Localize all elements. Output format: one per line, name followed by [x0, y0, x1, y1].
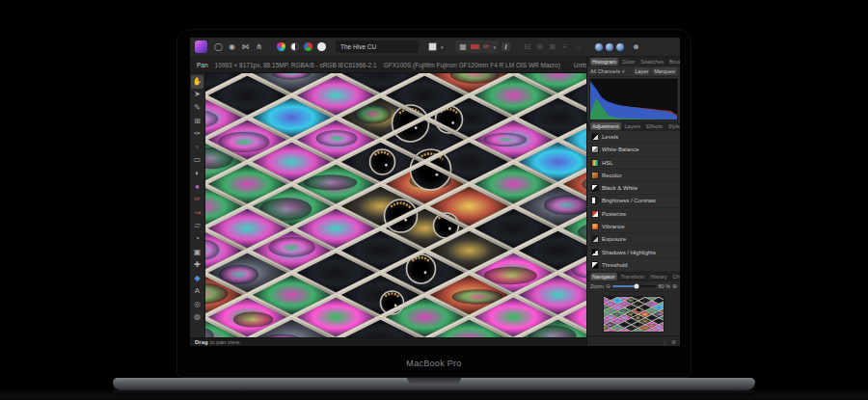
align-right-icon: ⊠	[547, 41, 557, 52]
move-tool[interactable]: ➤	[191, 89, 203, 102]
snap-orb-icon[interactable]	[616, 43, 624, 51]
adjustment-label: Threshold	[602, 262, 628, 268]
layer-toggle[interactable]: Layer	[634, 67, 651, 75]
navigator-tab-bar: NavigatorTransformHistoryChannels≡	[587, 272, 680, 281]
tab-color[interactable]: Color	[620, 58, 637, 66]
document-tab[interactable]: The Hive CU	[336, 40, 419, 53]
adjustment-label: Levels	[602, 134, 618, 140]
tab-effects[interactable]: Effects	[644, 122, 665, 130]
adjustment-label: HSL	[602, 160, 613, 166]
current-tool-label: Pan	[197, 62, 208, 68]
red-pen-icon[interactable]: ✏	[481, 41, 492, 52]
color-wheel-icon[interactable]	[276, 41, 286, 52]
macbook-base	[113, 378, 755, 390]
marquee-tool[interactable]: ▭	[191, 154, 203, 168]
navigator-thumbnail[interactable]	[603, 296, 665, 333]
dodge-tool[interactable]: ◔	[191, 232, 203, 246]
channel-selector[interactable]: All Channels	[590, 68, 620, 74]
rgb-channels-icon[interactable]	[303, 41, 313, 52]
shape-tool[interactable]: ◎	[191, 298, 203, 311]
pencil-tool[interactable]: ✎	[191, 101, 203, 115]
zoom-value: 80 %	[658, 283, 670, 289]
tab-history[interactable]: History	[648, 273, 668, 280]
adjustment-thumbnail-icon	[591, 249, 599, 256]
white-swatch-icon[interactable]	[316, 41, 327, 52]
adjustment-recolor[interactable]: Recolor	[587, 170, 680, 182]
color-sphere-tool[interactable]: ●	[191, 180, 203, 194]
swatch-caret-icon[interactable]: ▾	[441, 44, 444, 50]
zoom-tool[interactable]: ◍	[191, 311, 203, 325]
tab-transform[interactable]: Transform	[619, 273, 647, 280]
tab-swatches[interactable]: Swatches	[638, 58, 665, 66]
toolbar-left-icons: ◯◉⋈⋔	[213, 41, 264, 52]
zoom-label: Zoom	[590, 283, 604, 289]
adjustment-label: Vibrance	[602, 224, 625, 229]
navigator-zoom-row: Zoom ⊖ 80 % ⊕	[587, 281, 680, 292]
share-icon[interactable]: ⋔	[254, 41, 264, 52]
adjustment-exposure[interactable]: Exposure	[587, 233, 680, 246]
tab-brushes[interactable]: Brushes	[667, 58, 680, 66]
adjustment-brightness-contrast[interactable]: Brightness / Contrast	[587, 195, 680, 207]
smudge-tool[interactable]: ◐	[191, 167, 203, 180]
healing-tool[interactable]: ✚	[191, 258, 203, 272]
context-bar: Pan 10963 × 8171px, 88.15MP, RGBA/8 - sR…	[190, 57, 586, 73]
paintbrush-tool[interactable]: ✑	[191, 127, 203, 141]
adjustment-posterize[interactable]: Posterize	[587, 208, 680, 221]
pan-tool[interactable]: ✋	[191, 75, 203, 89]
red-swatch-icon[interactable]	[471, 44, 479, 49]
transform-tool[interactable]: ⊞	[191, 115, 203, 128]
tab-channels[interactable]: Channels	[671, 273, 680, 280]
panel-footer-lock-icon[interactable]: ⊘	[671, 338, 676, 345]
eraser-tool[interactable]: ▱	[191, 220, 203, 233]
document-canvas[interactable]	[205, 73, 586, 337]
adjustment-vibrance[interactable]: Vibrance	[587, 221, 680, 233]
zoom-out-icon[interactable]: ⊖	[606, 283, 610, 289]
adjustment-thumbnail-icon	[591, 197, 599, 204]
panel-footer-menu-icon[interactable]: ⋮	[662, 338, 667, 345]
paint-group: ▦ ✏ ▾	[455, 40, 500, 53]
curve-pen-tool[interactable]: ↝	[191, 206, 203, 220]
adjustment-label: Black & White	[602, 185, 637, 191]
adjustment-thumbnail-icon	[591, 184, 599, 192]
contrast-icon[interactable]	[289, 41, 300, 52]
adjustment-tab-bar: AdjustmentLayersEffectsStylesStock≡	[587, 121, 680, 131]
selection-brush-icon[interactable]: ◉	[227, 41, 237, 52]
info-icon[interactable]: i	[502, 42, 510, 51]
snap-orb-icon[interactable]	[595, 43, 603, 51]
tab-histogram[interactable]: Histogram	[590, 58, 618, 66]
mirror-icon[interactable]: ⋈	[240, 41, 251, 52]
adjustment-levels[interactable]: Levels	[587, 131, 680, 144]
adjustment-thumbnail-icon	[591, 210, 599, 218]
app-window: ◯◉⋈⋔ The Hive CU ▾ ▦ ✏	[190, 38, 680, 346]
clone-stamp-tool[interactable]: ▣	[191, 246, 203, 259]
text-tool[interactable]: A	[191, 285, 203, 299]
adjustment-label: White Balance	[602, 147, 639, 152]
marquee-toggle[interactable]: Marquee	[652, 67, 677, 75]
pixel-tool[interactable]: ▫	[191, 141, 203, 154]
assistant-swatch-icon[interactable]	[427, 41, 438, 52]
zoom-in-icon[interactable]: ⊕	[672, 283, 677, 289]
crayon-tool[interactable]: ✏	[191, 193, 203, 206]
brand-label: MacBook Pro	[177, 359, 691, 368]
crop-icon[interactable]: ◯	[213, 41, 224, 52]
adjustment-hsl[interactable]: HSL	[587, 157, 680, 170]
zoom-slider[interactable]	[612, 285, 656, 287]
adjustment-white-balance[interactable]: White Balance	[587, 144, 680, 156]
adjustment-thumbnail-icon	[591, 235, 599, 243]
snap-orb-icon[interactable]	[606, 43, 613, 51]
account-person-icon[interactable]: ☻	[631, 41, 641, 52]
adjustment-threshold[interactable]: Threshold	[587, 259, 680, 272]
grid-icon[interactable]: ▦	[458, 41, 469, 52]
tab-styles[interactable]: Styles	[666, 122, 680, 130]
tab-adjustment[interactable]: Adjustment	[590, 122, 621, 130]
macbook-screen: ◯◉⋈⋔ The Hive CU ▾ ▦ ✏	[176, 29, 692, 378]
tab-layers[interactable]: Layers	[623, 122, 643, 130]
pen-caret-icon[interactable]: ▾	[494, 44, 497, 50]
tab-navigator[interactable]: Navigator	[590, 273, 617, 280]
adjustment-black-white[interactable]: Black & White	[587, 182, 680, 195]
adjustment-shadows-highlights[interactable]: Shadows / Highlights	[587, 246, 680, 258]
blur-tool[interactable]: ◆	[191, 272, 203, 285]
zoom-slider-thumb[interactable]	[635, 284, 639, 289]
adjustment-label: Shadows / Highlights	[602, 250, 656, 255]
affinity-persona-icon[interactable]	[195, 40, 207, 53]
